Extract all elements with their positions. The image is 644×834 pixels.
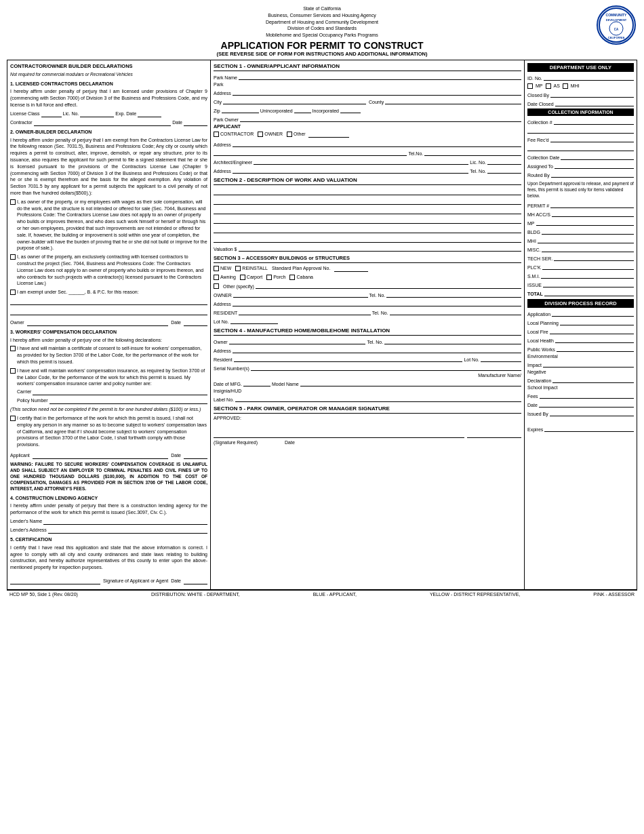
owner-checkbox[interactable]	[258, 132, 263, 137]
closed-by-field[interactable]	[550, 91, 634, 98]
mhi2-field[interactable]	[538, 237, 634, 243]
cb6-checkbox[interactable]	[10, 416, 16, 421]
zip-field[interactable]	[222, 106, 259, 113]
carrier-field[interactable]	[33, 389, 207, 395]
total-field[interactable]	[544, 290, 634, 296]
owner2-field[interactable]	[233, 291, 368, 298]
collection-extra-field[interactable]	[527, 127, 634, 134]
awning-checkbox[interactable]	[214, 275, 219, 280]
mh-acc-field[interactable]	[552, 210, 634, 217]
lot-no2-field[interactable]	[481, 355, 521, 362]
applicant-address-field[interactable]	[233, 140, 521, 147]
lenders-address-field[interactable]	[48, 527, 207, 534]
county-field[interactable]	[385, 98, 521, 104]
applicant-name-field[interactable]	[214, 149, 407, 156]
serial-field[interactable]	[251, 364, 521, 371]
bldg-field[interactable]	[542, 228, 634, 235]
date-mfg-field[interactable]	[243, 380, 270, 386]
smi-field[interactable]	[541, 272, 634, 279]
work-line5[interactable]	[214, 225, 521, 233]
cb5-checkbox[interactable]	[10, 368, 16, 374]
exempt-reason-line2[interactable]	[10, 307, 207, 315]
cabana-checkbox[interactable]	[289, 275, 295, 280]
work-line2[interactable]	[214, 197, 521, 205]
expires-field[interactable]	[544, 425, 634, 432]
owner2-tel-field[interactable]	[386, 291, 521, 298]
as-checkbox[interactable]	[546, 83, 551, 89]
park-name-field[interactable]	[239, 73, 521, 80]
label-no-field[interactable]	[235, 395, 521, 402]
mhi-checkbox[interactable]	[563, 83, 568, 89]
policy-field[interactable]	[49, 397, 207, 404]
carport-checkbox[interactable]	[240, 275, 245, 280]
arch-address-field[interactable]	[233, 167, 469, 174]
park-owner-field[interactable]	[240, 115, 521, 122]
public-works-field[interactable]	[557, 345, 634, 352]
impact-field[interactable]	[543, 361, 634, 368]
owner3-tel-field[interactable]	[384, 338, 521, 344]
std-plan-field[interactable]	[334, 265, 368, 272]
mp2-field[interactable]	[536, 219, 635, 226]
lenders-name-field[interactable]	[43, 518, 207, 525]
local-health-field[interactable]	[555, 336, 634, 343]
applicant-tel-field[interactable]	[424, 149, 521, 156]
issue-field[interactable]	[543, 281, 634, 287]
valuation-field[interactable]	[239, 245, 521, 252]
work-line6[interactable]	[214, 235, 521, 243]
contractor-date-field[interactable]	[184, 119, 207, 126]
sig-date-field[interactable]	[184, 578, 207, 584]
arch-tel-field[interactable]	[487, 167, 521, 174]
fee-extra-field[interactable]	[527, 144, 634, 151]
cb1-checkbox[interactable]	[10, 199, 16, 205]
exempt-reason-line1[interactable]	[10, 297, 207, 305]
lic-no-field[interactable]	[80, 111, 114, 117]
contractor-field[interactable]	[34, 119, 172, 126]
misc-field[interactable]	[542, 245, 634, 252]
collection-date-field[interactable]	[561, 153, 634, 160]
park-address-field[interactable]	[233, 89, 521, 96]
resident2-field[interactable]	[234, 355, 463, 362]
mp-checkbox[interactable]	[527, 83, 533, 89]
owner-field[interactable]	[27, 318, 169, 326]
incorporated-field[interactable]	[340, 106, 361, 113]
local-fire-field[interactable]	[550, 327, 634, 334]
work-line4[interactable]	[214, 216, 521, 224]
section5-date-field[interactable]	[467, 431, 521, 438]
issued-by-field[interactable]	[550, 410, 634, 416]
owner-date-field[interactable]	[184, 319, 207, 326]
declaration-field[interactable]	[552, 376, 634, 383]
unincorporated-field[interactable]	[294, 106, 311, 113]
cb2-checkbox[interactable]	[10, 254, 16, 260]
other-specify-field[interactable]	[256, 282, 521, 289]
local-planning-field[interactable]	[560, 319, 634, 325]
arch-lic-field[interactable]	[487, 158, 521, 165]
fees-field[interactable]	[540, 392, 634, 399]
contractor-checkbox[interactable]	[214, 132, 219, 137]
city-field[interactable]	[223, 98, 366, 104]
application-field[interactable]	[552, 310, 634, 317]
id-no-field[interactable]	[544, 74, 634, 81]
assigned-to-field[interactable]	[555, 162, 634, 169]
sig-required-field[interactable]	[214, 430, 464, 438]
routed-by-field[interactable]	[551, 171, 634, 178]
owner3-field[interactable]	[229, 338, 366, 344]
lot-no-field[interactable]	[230, 317, 278, 324]
owner3-address-field[interactable]	[233, 346, 521, 353]
other-checkbox[interactable]	[287, 132, 292, 137]
new-checkbox[interactable]	[214, 266, 219, 271]
applicant-field[interactable]	[33, 451, 168, 459]
owner2-address-field[interactable]	[233, 300, 521, 306]
applicant-date-field[interactable]	[184, 452, 207, 459]
reinstall-checkbox[interactable]	[235, 266, 241, 271]
resident-tel-field[interactable]	[390, 309, 521, 315]
right-date-field[interactable]	[539, 401, 634, 408]
sig-applicant-field[interactable]	[10, 576, 100, 584]
plck-field[interactable]	[542, 263, 634, 270]
other-specify-checkbox[interactable]	[214, 283, 219, 289]
resident-field[interactable]	[239, 309, 370, 315]
model-name-field[interactable]	[300, 380, 521, 386]
arch-eng-field[interactable]	[254, 158, 468, 165]
exp-date-field[interactable]	[138, 111, 161, 117]
work-line3[interactable]	[214, 206, 521, 214]
other-field[interactable]	[308, 131, 349, 138]
